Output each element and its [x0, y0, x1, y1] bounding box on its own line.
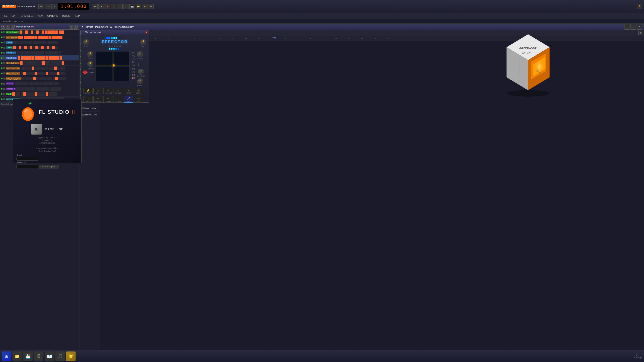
ch-mute-gm-ohh-013[interactable] — [3, 72, 5, 74]
ch-led-keybit[interactable] — [1, 42, 2, 43]
step[interactable] — [22, 46, 24, 49]
fx-phaser-btn[interactable]: ∿ PHASER — [114, 88, 123, 94]
step[interactable] — [46, 66, 48, 70]
ch-name-tronic[interactable]: Tronic — [6, 46, 13, 49]
ch-mute-keybit[interactable] — [3, 41, 5, 43]
ch-name-main-bass[interactable]: Main Bass — [6, 51, 16, 54]
step[interactable] — [50, 51, 53, 54]
step[interactable] — [44, 87, 46, 90]
step[interactable] — [43, 36, 46, 39]
step[interactable] — [62, 72, 65, 75]
email-input[interactable] — [16, 157, 38, 160]
ch-led-resynth-vox[interactable] — [1, 31, 2, 33]
step[interactable] — [18, 82, 20, 85]
step[interactable] — [16, 41, 18, 44]
step[interactable] — [25, 77, 27, 80]
ch-led-super-squetch[interactable] — [1, 98, 2, 100]
step[interactable] — [50, 77, 52, 80]
ch-mute-doodad2[interactable] — [3, 88, 5, 90]
step[interactable] — [35, 36, 37, 39]
step[interactable] — [22, 87, 24, 90]
taskbar-folder-btn[interactable]: 📁 — [12, 352, 22, 361]
step[interactable] — [28, 61, 31, 65]
mixer-btn[interactable]: ≡ — [123, 4, 129, 9]
channel-row-fm2[interactable]: FM 2 — [0, 91, 79, 97]
playlist-menu-btn[interactable]: ▼ — [81, 25, 84, 28]
ch-led-gm-ohh-013[interactable] — [1, 72, 2, 74]
taskbar-save-btn[interactable]: 💾 — [23, 352, 33, 361]
rack-collapse-btn[interactable]: ▼ — [1, 25, 5, 28]
minimize-btn[interactable]: — — [38, 4, 44, 9]
step[interactable] — [22, 30, 25, 34]
step[interactable] — [23, 61, 25, 65]
ratio-3-4[interactable]: 3/4 — [131, 64, 136, 67]
step[interactable] — [29, 92, 32, 96]
password-input[interactable] — [16, 165, 38, 168]
step[interactable] — [44, 41, 46, 44]
step[interactable] — [45, 82, 48, 85]
step[interactable] — [58, 87, 60, 90]
ratio-4-1[interactable]: 4/1 — [131, 54, 136, 57]
step[interactable] — [39, 30, 42, 34]
ch-mute-main-bass[interactable] — [3, 52, 5, 54]
step[interactable] — [39, 77, 41, 80]
ch-name-fm-bass[interactable]: FM Bass 39 — [6, 36, 18, 39]
step[interactable] — [29, 66, 32, 70]
taskbar-star-btn[interactable]: 🌟 — [66, 352, 76, 361]
step[interactable] — [31, 30, 33, 34]
ch-mute-main-chord[interactable] — [3, 57, 5, 59]
step[interactable] — [18, 56, 20, 60]
step[interactable] — [30, 87, 33, 90]
step[interactable] — [16, 87, 19, 90]
channel-row-resynth-vox[interactable]: Resynth VOX — [0, 30, 79, 35]
step[interactable] — [18, 36, 20, 39]
step[interactable] — [19, 46, 21, 49]
step[interactable] — [20, 51, 22, 54]
ch-mute-tronic[interactable] — [3, 46, 5, 49]
close-btn[interactable]: ✕ — [51, 4, 57, 9]
step[interactable] — [16, 46, 18, 49]
effector-close-btn[interactable]: ✕ — [145, 31, 148, 34]
ch-led-main-chord[interactable] — [1, 57, 2, 59]
step[interactable] — [27, 46, 30, 49]
step[interactable] — [36, 77, 38, 80]
step[interactable] — [58, 30, 61, 34]
step[interactable] — [54, 36, 57, 39]
ratio-3-8[interactable]: 3/8 — [131, 71, 136, 73]
step[interactable] — [47, 87, 49, 90]
fx-grain-btn[interactable]: ∷ GRAIN — [114, 96, 123, 103]
step[interactable] — [28, 51, 30, 54]
fx-stereo-btn[interactable]: ↔ STEREO — [94, 96, 103, 103]
step[interactable] — [34, 72, 37, 75]
step[interactable] — [42, 51, 44, 54]
ch-name-gm-ohh-014[interactable]: GM_OHH_014 — [6, 67, 20, 69]
ch-led-tronic[interactable] — [1, 47, 2, 48]
step[interactable] — [44, 46, 46, 49]
step[interactable] — [22, 41, 24, 44]
step[interactable] — [33, 46, 35, 49]
step[interactable] — [52, 36, 54, 39]
channel-row-fm-bass[interactable]: FM Bass 39 — [0, 35, 79, 40]
step[interactable] — [62, 30, 64, 34]
step[interactable] — [26, 61, 28, 65]
step[interactable] — [49, 46, 52, 49]
step[interactable] — [54, 56, 57, 60]
step[interactable] — [12, 92, 15, 96]
step[interactable] — [51, 92, 54, 96]
step[interactable] — [50, 30, 53, 34]
ch-mute-doodad[interactable] — [3, 83, 5, 85]
step[interactable] — [58, 51, 61, 54]
record-btn[interactable]: ⏺ — [104, 4, 110, 9]
channel-row-doodad[interactable]: Doodad — [0, 81, 79, 86]
step[interactable] — [54, 72, 57, 75]
channel-row-gm-ohh-013[interactable]: GM_OHH_013 — [0, 71, 79, 76]
step[interactable] — [57, 66, 60, 70]
step[interactable] — [40, 36, 43, 39]
step[interactable] — [55, 46, 58, 49]
step[interactable] — [49, 41, 52, 44]
step[interactable] — [55, 41, 58, 44]
step[interactable] — [43, 92, 46, 96]
step[interactable] — [32, 66, 34, 70]
step[interactable] — [23, 82, 26, 85]
step[interactable] — [30, 77, 33, 80]
